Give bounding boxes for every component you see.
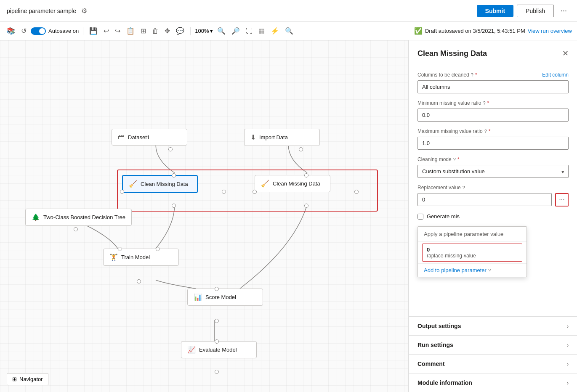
cleaning-mode-select[interactable]: Custom substitution value [417,165,569,178]
submit-button[interactable]: Submit [477,5,513,17]
columns-required: * [475,72,477,78]
draft-status: ✅ Draft autosaved on 3/5/2021, 5:43:51 P… [414,27,572,35]
zoom-value: 100% [195,28,209,34]
main-layout: 🗃 Dataset1 ⬇ Import Data 🧹 Clean Missing… [0,40,577,392]
library-icon[interactable]: 📚 [5,25,17,37]
generate-missing-row: Generate mis [417,213,569,220]
train-bottom-dot [137,279,141,283]
score-model-node[interactable]: 📊 Score Model [187,289,263,306]
output-settings-label: Output settings [417,323,461,329]
autosave-toggle[interactable]: Autosave on [31,27,79,35]
two-class-bottom-dot [74,227,78,231]
clean-missing-data-2-label: Clean Missing Data [273,180,320,187]
add-param-label: Add to pipeline parameter [424,267,487,273]
copy-icon[interactable]: 📋 [125,25,136,37]
add-to-pipeline-param-link[interactable]: Add to pipeline parameter ? [424,267,521,273]
refresh-icon[interactable]: ↺ [19,25,28,37]
zoom-in-icon[interactable]: 🔎 [230,25,242,37]
zoom-out-icon[interactable]: 🔍 [215,25,227,37]
clean-missing-data-2-node[interactable]: 🧹 Clean Missing Data [255,175,330,192]
clean1-right-dot [222,190,226,194]
clean-missing-data-1-node[interactable]: 🧹 Clean Missing Data [122,175,198,193]
module-information-chevron-icon: › [567,380,569,386]
add-param-help-icon[interactable]: ? [488,268,491,273]
comment-label: Comment [417,360,445,367]
zoom-control[interactable]: 100% ▾ [195,28,213,34]
train-model-label: Train Model [121,254,150,260]
columns-field-group: Columns to be cleaned ? * Edit column [417,72,569,93]
columns-help-icon[interactable]: ? [471,72,473,77]
undo-icon[interactable]: ↩ [102,25,111,37]
layout-icon[interactable]: ⊞ [139,25,148,37]
cleaning-mode-help-icon[interactable]: ? [453,157,456,162]
view-run-link[interactable]: View run overview [528,28,572,34]
score-bottom-dot [215,319,219,323]
redo-icon[interactable]: ↪ [113,25,122,37]
output-settings-section[interactable]: Output settings › [409,316,577,335]
train-top-left-dot [118,247,122,251]
generate-missing-checkbox[interactable] [417,214,423,220]
fit-icon[interactable]: ⛶ [244,26,254,37]
replacement-help-icon[interactable]: ? [463,185,465,190]
navigator-label: Navigator [19,376,43,382]
min-ratio-input[interactable] [417,109,569,122]
max-ratio-label-row: Maximum missing value ratio ? * [417,128,569,134]
panel-title: Clean Missing Data [417,49,487,58]
check-icon: ✅ [414,27,423,35]
output-settings-chevron-icon: › [567,323,569,329]
move-icon[interactable]: ✥ [163,25,172,37]
edit-column-link[interactable]: Edit column [542,72,569,78]
score-top-dot [215,287,219,291]
navigator-button[interactable]: ⊞ Navigator [7,373,48,385]
evaluate-model-label: Evaluate Model [199,347,237,353]
right-panel: Clean Missing Data ✕ Columns to be clean… [409,40,577,392]
import-data-output-dot [299,147,303,151]
more-options-icon[interactable]: ··· [557,5,570,17]
navigator-icon: ⊞ [12,376,17,382]
pipeline-canvas[interactable]: 🗃 Dataset1 ⬇ Import Data 🧹 Clean Missing… [0,40,409,392]
grid-icon[interactable]: ▦ [257,25,266,37]
two-class-node[interactable]: 🌲 Two-Class Boosted Decision Tree [25,209,132,226]
save-icon[interactable]: 💾 [88,25,99,37]
run-settings-section[interactable]: Run settings › [409,335,577,354]
close-icon[interactable]: ✕ [562,49,569,58]
clean1-left-dot [120,190,124,194]
gear-icon[interactable]: ⚙ [81,7,87,15]
separator-1 [83,27,83,35]
publish-button[interactable]: Publish [517,5,554,17]
ellipsis-button[interactable]: ··· [555,193,569,207]
replacement-input[interactable] [417,193,552,206]
replacement-field-group: Replacement value ? ··· [417,185,569,207]
cleaning-mode-required: * [457,156,460,162]
dataset-icon: 🗃 [118,133,125,141]
import-data-node[interactable]: ⬇ Import Data [244,129,320,146]
clean-missing-data-1-label: Clean Missing Data [141,181,188,187]
dataset1-node[interactable]: 🗃 Dataset1 [112,129,187,146]
two-class-icon: 🌲 [32,213,40,221]
import-icon: ⬇ [250,133,256,141]
min-ratio-help-icon[interactable]: ? [483,101,485,106]
lightning-icon[interactable]: ⚡ [269,25,281,37]
train-top-right-dot [156,247,160,251]
cleaning-mode-field-group: Cleaning mode ? * Custom substitution va… [417,156,569,178]
top-bar-right: Submit Publish ··· [477,5,570,17]
min-ratio-label-row: Minimum missing value ratio ? * [417,100,569,106]
comment-section[interactable]: Comment › [409,354,577,373]
delete-icon[interactable]: 🗑 [150,26,160,37]
search-icon[interactable]: 🔍 [283,25,295,37]
generate-missing-label: Generate mis [427,213,460,220]
train-model-node[interactable]: 🏋 Train Model [103,249,179,266]
evaluate-model-node[interactable]: 📈 Evaluate Model [181,341,257,358]
clean1-icon: 🧹 [129,180,137,188]
replacement-input-wrapper [417,193,552,206]
dropdown-item-highlighted[interactable]: 0 raplace-missing-value [422,244,522,262]
max-ratio-input[interactable] [417,137,569,150]
columns-input[interactable] [417,80,569,93]
max-ratio-help-icon[interactable]: ? [484,129,487,134]
comment-icon[interactable]: 💬 [174,25,186,37]
max-ratio-field-group: Maximum missing value ratio ? * [417,128,569,150]
autosave-switch[interactable] [31,27,46,35]
module-information-section[interactable]: Module information › [409,373,577,392]
dataset1-label: Dataset1 [128,134,150,140]
dropdown-footer: Add to pipeline parameter ? [418,263,526,277]
